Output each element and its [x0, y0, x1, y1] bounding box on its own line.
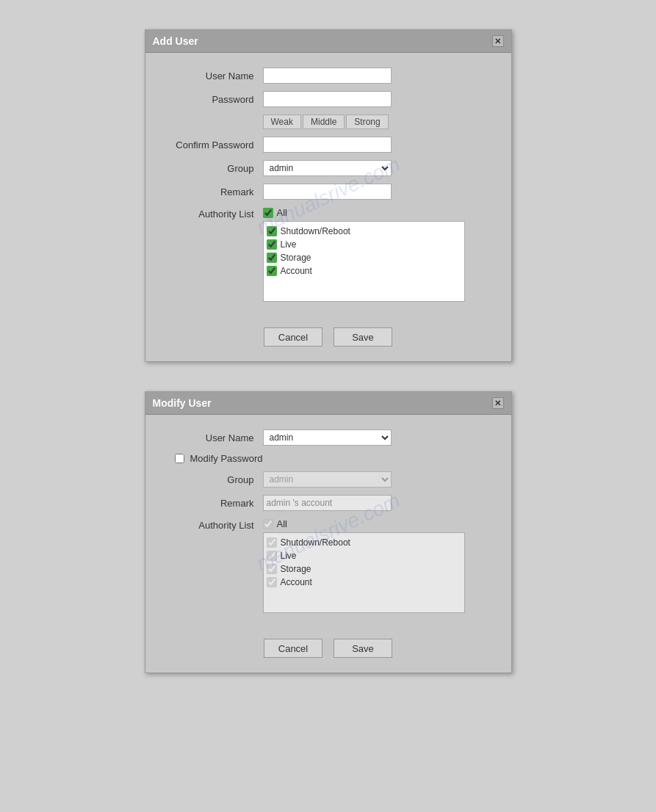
- username-row: User Name: [160, 68, 489, 84]
- add-user-dialog: manualsrive.com Add User ✕ User Name Pas…: [145, 29, 512, 362]
- list-item: Account: [267, 264, 461, 278]
- modify-authority-all-label: All: [277, 518, 287, 529]
- modify-group-select[interactable]: admin user operator: [263, 471, 392, 487]
- remark-row: Remark: [160, 184, 489, 200]
- confirm-password-row: Confirm Password: [160, 137, 489, 153]
- remark-label: Remark: [160, 186, 263, 197]
- modify-group-label: Group: [160, 474, 263, 485]
- group-label: Group: [160, 163, 263, 174]
- list-item: Shutdown/Reboot: [267, 225, 461, 238]
- modify-user-title: Modify User: [153, 397, 212, 409]
- authority-checkbox-account[interactable]: [267, 266, 277, 276]
- modify-authority-row: Authority List All Shutdown/Reboot Live: [160, 518, 489, 613]
- modify-password-row: Modify Password: [160, 453, 489, 464]
- modify-user-dialog: manualsrive.com Modify User ✕ User Name …: [145, 391, 512, 673]
- modify-authority-checkbox-shutdown[interactable]: [267, 537, 277, 548]
- modify-username-row: User Name admin: [160, 429, 489, 446]
- authority-item-label: Storage: [281, 253, 311, 263]
- modify-authority-all-row: All: [263, 518, 489, 529]
- modify-authority-checkbox-account[interactable]: [267, 577, 277, 587]
- add-user-footer: Cancel Save: [145, 316, 511, 361]
- modify-user-footer: Cancel Save: [145, 628, 511, 673]
- authority-content: All Shutdown/Reboot Live Storage: [263, 207, 489, 302]
- group-select[interactable]: admin user operator: [263, 160, 392, 176]
- password-label: Password: [160, 94, 263, 105]
- password-strength-row: Weak Middle Strong: [263, 115, 489, 129]
- add-user-cancel-button[interactable]: Cancel: [264, 327, 322, 347]
- modify-authority-item-label: Account: [281, 577, 312, 587]
- group-row: Group admin user operator: [160, 160, 489, 176]
- authority-checkbox-shutdown[interactable]: [267, 226, 277, 236]
- remark-input[interactable]: [263, 184, 392, 200]
- modify-authority-list[interactable]: Shutdown/Reboot Live Storage Account: [263, 532, 465, 613]
- modify-username-label: User Name: [160, 432, 263, 443]
- list-item: Live: [267, 549, 461, 562]
- modify-group-row: Group admin user operator: [160, 471, 489, 487]
- modify-user-cancel-button[interactable]: Cancel: [264, 639, 322, 658]
- authority-label: Authority List: [160, 207, 263, 220]
- add-user-save-button[interactable]: Save: [334, 327, 392, 347]
- authority-all-label: All: [277, 207, 287, 218]
- confirm-password-label: Confirm Password: [160, 139, 263, 151]
- authority-item-label: Shutdown/Reboot: [281, 226, 350, 236]
- modify-authority-checkbox-live[interactable]: [267, 551, 277, 561]
- authority-checkbox-storage[interactable]: [267, 253, 277, 263]
- weak-button[interactable]: Weak: [263, 115, 301, 129]
- modify-authority-content: All Shutdown/Reboot Live Storage: [263, 518, 489, 613]
- authority-list[interactable]: Shutdown/Reboot Live Storage Account: [263, 221, 465, 302]
- authority-item-label: Live: [281, 239, 297, 250]
- modify-username-select[interactable]: admin: [263, 429, 392, 446]
- modify-user-body: User Name admin Modify Password Group ad…: [145, 415, 511, 628]
- modify-user-save-button[interactable]: Save: [334, 639, 392, 658]
- add-user-body: User Name Password Weak Middle Strong Co…: [145, 53, 511, 316]
- modify-user-title-bar: Modify User ✕: [145, 392, 511, 415]
- list-item: Storage: [267, 251, 461, 264]
- username-input[interactable]: [263, 68, 392, 84]
- modify-authority-checkbox-storage[interactable]: [267, 564, 277, 574]
- modify-user-close-button[interactable]: ✕: [492, 397, 504, 409]
- authority-all-checkbox[interactable]: [263, 208, 273, 218]
- modify-password-label: Modify Password: [190, 453, 263, 464]
- add-user-title-bar: Add User ✕: [145, 30, 511, 53]
- modify-authority-item-label: Live: [281, 551, 297, 561]
- authority-checkbox-live[interactable]: [267, 239, 277, 250]
- modify-authority-item-label: Shutdown/Reboot: [281, 537, 350, 548]
- confirm-password-input[interactable]: [263, 137, 392, 153]
- modify-remark-label: Remark: [160, 498, 263, 509]
- strong-button[interactable]: Strong: [346, 115, 388, 129]
- modify-password-checkbox[interactable]: [175, 454, 184, 463]
- add-user-title: Add User: [153, 35, 198, 47]
- password-input[interactable]: [263, 91, 392, 107]
- modify-remark-input[interactable]: [263, 495, 392, 511]
- modify-remark-row: Remark: [160, 495, 489, 511]
- authority-item-label: Account: [281, 266, 312, 276]
- middle-button[interactable]: Middle: [303, 115, 345, 129]
- username-label: User Name: [160, 70, 263, 81]
- add-user-close-button[interactable]: ✕: [492, 35, 504, 47]
- modify-authority-label: Authority List: [160, 518, 263, 531]
- modify-authority-all-checkbox[interactable]: [263, 519, 273, 529]
- list-item: Shutdown/Reboot: [267, 536, 461, 549]
- password-row: Password: [160, 91, 489, 107]
- list-item: Live: [267, 238, 461, 251]
- authority-row: Authority List All Shutdown/Reboot Live: [160, 207, 489, 302]
- modify-authority-item-label: Storage: [281, 564, 311, 574]
- list-item: Account: [267, 576, 461, 589]
- list-item: Storage: [267, 562, 461, 576]
- authority-all-row: All: [263, 207, 489, 218]
